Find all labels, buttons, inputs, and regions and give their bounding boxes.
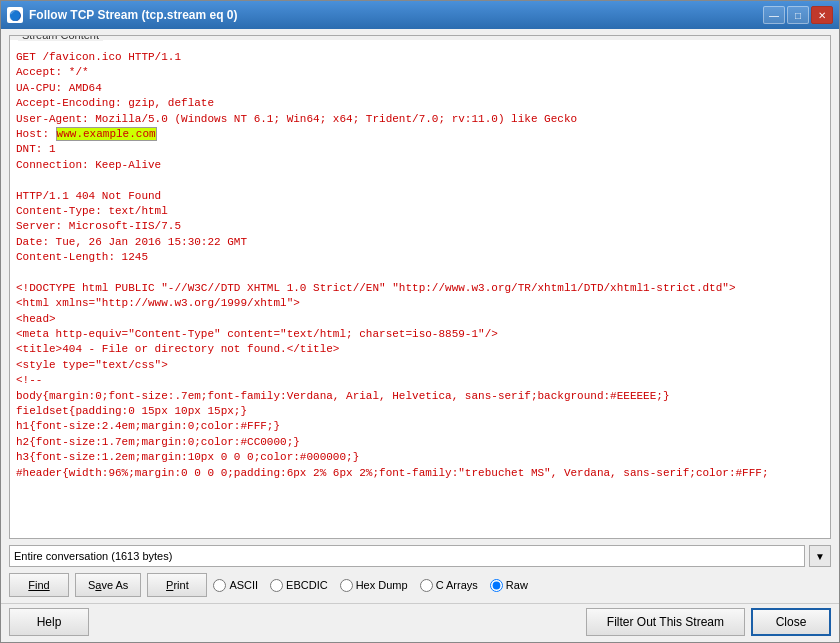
- window-title: Follow TCP Stream (tcp.stream eq 0): [29, 8, 238, 22]
- c-arrays-label: C Arrays: [436, 579, 478, 591]
- maximize-button[interactable]: □: [787, 6, 809, 24]
- close-button[interactable]: Close: [751, 608, 831, 636]
- bottom-bar-right: Filter Out This Stream Close: [586, 608, 831, 636]
- raw-label: Raw: [506, 579, 528, 591]
- conversation-select[interactable]: Entire conversation (1613 bytes)Client T…: [9, 545, 805, 567]
- filter-out-button[interactable]: Filter Out This Stream: [586, 608, 745, 636]
- hex-dump-label: Hex Dump: [356, 579, 408, 591]
- print-label: P: [166, 579, 173, 591]
- encoding-radio-group: ASCII EBCDIC Hex Dump C Arrays Raw: [213, 579, 831, 592]
- window-controls: — □ ✕: [763, 6, 833, 24]
- hex-dump-radio[interactable]: [340, 579, 353, 592]
- raw-radio[interactable]: [490, 579, 503, 592]
- c-arrays-radio-item[interactable]: C Arrays: [420, 579, 478, 592]
- ascii-radio-item[interactable]: ASCII: [213, 579, 258, 592]
- hostname-highlight: www.example.com: [56, 127, 157, 141]
- save-as-label: Save As: [88, 579, 128, 591]
- dropdown-arrow-icon[interactable]: ▼: [809, 545, 831, 567]
- main-window: 🔵 Follow TCP Stream (tcp.stream eq 0) — …: [0, 0, 840, 643]
- conversation-dropdown-row: Entire conversation (1613 bytes)Client T…: [9, 545, 831, 567]
- bottom-bar: Help Filter Out This Stream Close: [1, 603, 839, 642]
- window-close-button[interactable]: ✕: [811, 6, 833, 24]
- save-as-button[interactable]: Save As: [75, 573, 141, 597]
- bottom-bar-left: Help: [9, 608, 89, 636]
- ebcdic-label: EBCDIC: [286, 579, 328, 591]
- minimize-button[interactable]: —: [763, 6, 785, 24]
- main-content: Stream Content GET /favicon.ico HTTP/1.1…: [1, 29, 839, 603]
- group-box-legend: Stream Content: [18, 35, 103, 41]
- toolbar-row: Find Save As Print ASCII EBCDIC He: [9, 573, 831, 597]
- titlebar-left: 🔵 Follow TCP Stream (tcp.stream eq 0): [7, 7, 238, 23]
- find-button[interactable]: Find: [9, 573, 69, 597]
- titlebar: 🔵 Follow TCP Stream (tcp.stream eq 0) — …: [1, 1, 839, 29]
- ebcdic-radio[interactable]: [270, 579, 283, 592]
- ebcdic-radio-item[interactable]: EBCDIC: [270, 579, 328, 592]
- stream-content-group: Stream Content GET /favicon.ico HTTP/1.1…: [9, 35, 831, 539]
- raw-radio-item[interactable]: Raw: [490, 579, 528, 592]
- stream-text-display[interactable]: GET /favicon.ico HTTP/1.1 Accept: */* UA…: [10, 40, 830, 538]
- ascii-radio[interactable]: [213, 579, 226, 592]
- print-button[interactable]: Print: [147, 573, 207, 597]
- find-label: Find: [28, 579, 49, 591]
- ascii-label: ASCII: [229, 579, 258, 591]
- app-icon: 🔵: [7, 7, 23, 23]
- hex-dump-radio-item[interactable]: Hex Dump: [340, 579, 408, 592]
- c-arrays-radio[interactable]: [420, 579, 433, 592]
- help-button[interactable]: Help: [9, 608, 89, 636]
